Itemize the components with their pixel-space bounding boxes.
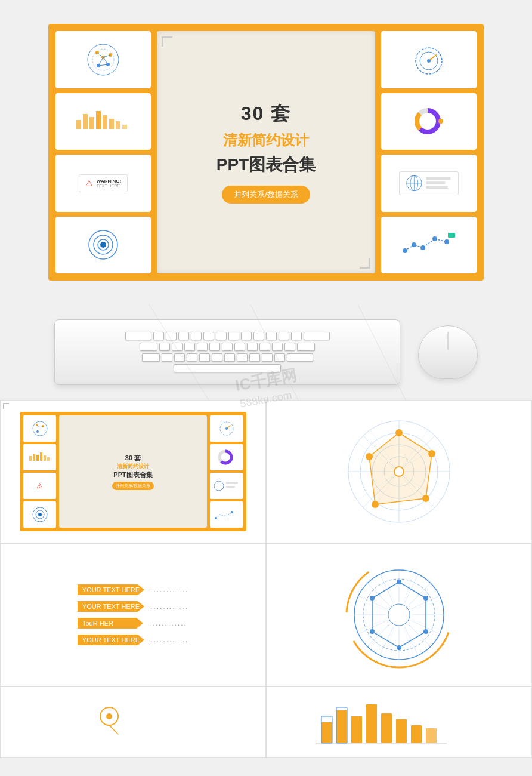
key	[172, 343, 183, 351]
list-item-1: YOUR TEXT HERE ............	[78, 584, 188, 595]
hex-svg	[339, 555, 459, 675]
cell-warning: ⚠ WARNING! TEXT HERE	[55, 155, 151, 212]
svg-point-90	[422, 495, 429, 502]
svg-rect-37	[426, 177, 450, 180]
svg-rect-71	[226, 486, 235, 488]
svg-rect-128	[351, 716, 362, 743]
key	[297, 343, 315, 351]
svg-point-93	[394, 467, 404, 476]
mini-subtitle: 清新简约设计	[117, 463, 149, 470]
key	[222, 343, 233, 351]
key	[174, 353, 185, 362]
svg-rect-132	[411, 725, 422, 743]
svg-rect-19	[122, 125, 127, 129]
svg-point-40	[403, 248, 407, 253]
svg-line-10	[103, 57, 108, 64]
svg-point-92	[366, 453, 373, 460]
svg-rect-59	[44, 455, 46, 461]
list-dots-1: ............	[150, 586, 188, 594]
mini-right-col	[210, 415, 243, 528]
svg-point-73	[231, 511, 233, 513]
svg-point-44	[444, 239, 449, 244]
grid-section: ⚠ 30 套 清新简约设计 PPT图表合集 并列关系/数据关系	[0, 400, 532, 758]
keyboard	[54, 319, 400, 385]
ppt-frame: ⚠ WARNING! TEXT HERE	[48, 24, 484, 281]
ppt-right-column	[381, 31, 477, 273]
svg-rect-70	[226, 482, 238, 484]
cell-donut	[381, 93, 477, 150]
bottom-left-svg	[73, 692, 193, 752]
key	[284, 343, 295, 351]
key	[234, 343, 245, 351]
svg-point-66	[225, 427, 228, 430]
mini-cell-warn: ⚠	[23, 473, 56, 499]
list-label-2: YOUR TEXT HERE	[78, 601, 144, 612]
list-label-4: YOUR TEXT HERE	[78, 635, 144, 645]
key	[304, 332, 330, 340]
svg-line-9	[98, 57, 103, 66]
mini-cell-network	[23, 415, 56, 442]
mini-cell-bars	[23, 444, 56, 470]
key	[247, 343, 258, 351]
mini-cell-line	[210, 501, 243, 528]
ppt-center-content: 30 套 清新简约设计 PPT图表合集 并列关系/数据关系	[205, 89, 327, 215]
key	[197, 343, 208, 351]
svg-point-91	[372, 501, 379, 508]
mouse	[418, 325, 478, 379]
svg-point-117	[397, 580, 401, 584]
key	[262, 353, 273, 362]
key	[266, 332, 277, 340]
key	[228, 332, 239, 340]
svg-point-31	[422, 115, 434, 127]
key	[272, 343, 283, 351]
cell-bar-chart	[55, 93, 151, 150]
panel-radar-chart	[266, 400, 532, 543]
panel-hex-chart	[266, 543, 532, 686]
mini-title: PPT图表合集	[113, 470, 152, 479]
text-list-container: YOUR TEXT HERE ............ YOUR TEXT HE…	[66, 572, 200, 657]
svg-rect-133	[426, 728, 437, 743]
ppt-left-column: ⚠ WARNING! TEXT HERE	[55, 31, 151, 273]
mini-cell-speed	[210, 415, 243, 442]
mini-count: 30 套	[125, 454, 141, 463]
svg-point-118	[423, 596, 428, 601]
list-label-3: TouR HER	[78, 618, 143, 629]
svg-rect-60	[47, 457, 50, 461]
svg-point-32	[438, 119, 443, 124]
key	[199, 353, 210, 362]
key	[259, 343, 270, 351]
key	[142, 353, 160, 362]
bottom-right-svg	[310, 692, 488, 752]
mini-left-col: ⚠	[23, 415, 56, 528]
key	[249, 353, 260, 362]
svg-point-121	[370, 629, 375, 634]
key	[253, 332, 264, 340]
cell-dots-line	[381, 217, 477, 274]
key	[159, 343, 170, 351]
svg-line-53	[37, 425, 40, 427]
globe-box	[399, 171, 459, 195]
svg-point-69	[214, 481, 224, 491]
key	[125, 332, 151, 340]
key	[187, 353, 197, 362]
svg-rect-45	[448, 233, 455, 238]
svg-rect-14	[89, 117, 94, 129]
key	[178, 332, 189, 340]
key	[224, 353, 235, 362]
svg-rect-55	[29, 456, 32, 461]
svg-rect-15	[96, 111, 101, 129]
svg-rect-38	[426, 181, 445, 184]
list-dots-3: ............	[149, 619, 187, 627]
tag-button: 并列关系/数据关系	[222, 186, 310, 204]
key	[237, 353, 248, 362]
svg-rect-129	[366, 704, 377, 743]
svg-rect-39	[426, 186, 447, 189]
key	[184, 343, 195, 351]
svg-point-41	[412, 242, 416, 247]
top-banner: ⚠ WARNING! TEXT HERE	[0, 0, 532, 304]
svg-point-89	[428, 450, 435, 457]
svg-point-119	[423, 629, 428, 634]
panel-bottom-left	[0, 686, 266, 758]
key	[279, 332, 289, 340]
svg-point-120	[397, 645, 401, 650]
